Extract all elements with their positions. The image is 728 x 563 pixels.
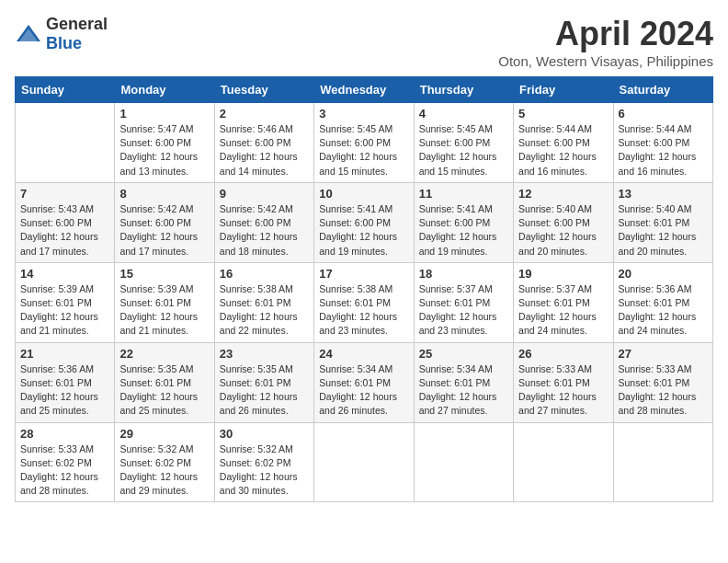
- day-number: 18: [419, 267, 508, 281]
- day-number: 11: [419, 187, 508, 201]
- day-number: 1: [119, 107, 209, 121]
- page-location: Oton, Western Visayas, Philippines: [498, 53, 713, 69]
- logo-icon: [15, 23, 42, 45]
- day-info: Sunrise: 5:41 AM Sunset: 6:00 PM Dayligh…: [319, 202, 408, 259]
- calendar-cell: 21Sunrise: 5:36 AM Sunset: 6:01 PM Dayli…: [16, 342, 115, 422]
- day-info: Sunrise: 5:32 AM Sunset: 6:02 PM Dayligh…: [220, 442, 309, 499]
- logo-blue: Blue: [46, 34, 82, 52]
- calendar-cell: [414, 422, 513, 502]
- day-info: Sunrise: 5:42 AM Sunset: 6:00 PM Dayligh…: [220, 202, 309, 259]
- calendar-week-3: 14Sunrise: 5:39 AM Sunset: 6:01 PM Dayli…: [16, 262, 713, 342]
- day-info: Sunrise: 5:39 AM Sunset: 6:01 PM Dayligh…: [20, 282, 109, 339]
- day-info: Sunrise: 5:33 AM Sunset: 6:01 PM Dayligh…: [518, 362, 608, 419]
- day-number: 30: [220, 427, 309, 441]
- calendar-cell: 27Sunrise: 5:33 AM Sunset: 6:01 PM Dayli…: [613, 342, 712, 422]
- calendar-cell: 14Sunrise: 5:39 AM Sunset: 6:01 PM Dayli…: [16, 262, 115, 342]
- calendar-cell: 2Sunrise: 5:46 AM Sunset: 6:00 PM Daylig…: [214, 103, 313, 183]
- calendar-week-1: 1Sunrise: 5:47 AM Sunset: 6:00 PM Daylig…: [16, 103, 713, 183]
- day-number: 15: [119, 267, 209, 281]
- logo-general: General: [46, 15, 108, 33]
- day-number: 28: [20, 427, 109, 441]
- day-info: Sunrise: 5:35 AM Sunset: 6:01 PM Dayligh…: [220, 362, 309, 419]
- calendar-cell: 1Sunrise: 5:47 AM Sunset: 6:00 PM Daylig…: [115, 103, 214, 183]
- day-info: Sunrise: 5:42 AM Sunset: 6:00 PM Dayligh…: [119, 202, 209, 259]
- day-number: 20: [619, 267, 708, 281]
- calendar-cell: 6Sunrise: 5:44 AM Sunset: 6:00 PM Daylig…: [613, 103, 712, 183]
- day-info: Sunrise: 5:39 AM Sunset: 6:01 PM Dayligh…: [119, 282, 209, 339]
- day-info: Sunrise: 5:37 AM Sunset: 6:01 PM Dayligh…: [518, 282, 608, 339]
- day-number: 4: [419, 107, 508, 121]
- calendar-header-thursday: Thursday: [414, 77, 513, 103]
- day-number: 19: [518, 267, 608, 281]
- logo: General Blue: [15, 15, 108, 53]
- page-title: April 2024: [498, 15, 713, 53]
- day-info: Sunrise: 5:46 AM Sunset: 6:00 PM Dayligh…: [220, 122, 309, 178]
- day-info: Sunrise: 5:38 AM Sunset: 6:01 PM Dayligh…: [220, 282, 309, 339]
- day-info: Sunrise: 5:37 AM Sunset: 6:01 PM Dayligh…: [419, 282, 508, 339]
- calendar-week-2: 7Sunrise: 5:43 AM Sunset: 6:00 PM Daylig…: [16, 182, 713, 262]
- day-info: Sunrise: 5:33 AM Sunset: 6:01 PM Dayligh…: [619, 362, 708, 419]
- calendar-cell: 25Sunrise: 5:34 AM Sunset: 6:01 PM Dayli…: [414, 342, 513, 422]
- day-number: 27: [619, 347, 708, 361]
- day-number: 26: [518, 347, 608, 361]
- calendar-cell: 30Sunrise: 5:32 AM Sunset: 6:02 PM Dayli…: [214, 422, 313, 502]
- day-info: Sunrise: 5:47 AM Sunset: 6:00 PM Dayligh…: [119, 122, 209, 178]
- day-number: 12: [518, 187, 608, 201]
- calendar-header-tuesday: Tuesday: [214, 77, 313, 103]
- calendar-cell: 11Sunrise: 5:41 AM Sunset: 6:00 PM Dayli…: [414, 182, 513, 262]
- day-info: Sunrise: 5:41 AM Sunset: 6:00 PM Dayligh…: [419, 202, 508, 259]
- calendar-cell: 26Sunrise: 5:33 AM Sunset: 6:01 PM Dayli…: [514, 342, 613, 422]
- day-number: 7: [20, 187, 109, 201]
- day-info: Sunrise: 5:36 AM Sunset: 6:01 PM Dayligh…: [619, 282, 708, 339]
- calendar-cell: 12Sunrise: 5:40 AM Sunset: 6:00 PM Dayli…: [514, 182, 613, 262]
- day-number: 9: [220, 187, 309, 201]
- calendar-cell: 9Sunrise: 5:42 AM Sunset: 6:00 PM Daylig…: [214, 182, 313, 262]
- calendar-cell: 22Sunrise: 5:35 AM Sunset: 6:01 PM Dayli…: [115, 342, 214, 422]
- calendar-cell: 19Sunrise: 5:37 AM Sunset: 6:01 PM Dayli…: [514, 262, 613, 342]
- calendar-cell: 13Sunrise: 5:40 AM Sunset: 6:01 PM Dayli…: [613, 182, 712, 262]
- calendar-cell: [514, 422, 613, 502]
- day-info: Sunrise: 5:45 AM Sunset: 6:00 PM Dayligh…: [319, 122, 408, 178]
- calendar-week-4: 21Sunrise: 5:36 AM Sunset: 6:01 PM Dayli…: [16, 342, 713, 422]
- calendar-cell: 10Sunrise: 5:41 AM Sunset: 6:00 PM Dayli…: [314, 182, 414, 262]
- day-number: 8: [119, 187, 209, 201]
- title-block: April 2024 Oton, Western Visayas, Philip…: [498, 15, 713, 69]
- calendar-cell: 17Sunrise: 5:38 AM Sunset: 6:01 PM Dayli…: [314, 262, 414, 342]
- calendar-cell: [314, 422, 414, 502]
- day-info: Sunrise: 5:40 AM Sunset: 6:00 PM Dayligh…: [518, 202, 608, 259]
- day-number: 23: [220, 347, 309, 361]
- calendar-cell: 4Sunrise: 5:45 AM Sunset: 6:00 PM Daylig…: [414, 103, 513, 183]
- page-header: General Blue April 2024 Oton, Western Vi…: [15, 15, 713, 69]
- day-number: 16: [220, 267, 309, 281]
- calendar-header-friday: Friday: [514, 77, 613, 103]
- calendar-cell: 20Sunrise: 5:36 AM Sunset: 6:01 PM Dayli…: [613, 262, 712, 342]
- calendar-table: SundayMondayTuesdayWednesdayThursdayFrid…: [15, 76, 713, 502]
- calendar-cell: 15Sunrise: 5:39 AM Sunset: 6:01 PM Dayli…: [115, 262, 214, 342]
- day-number: 3: [319, 107, 408, 121]
- calendar-header-wednesday: Wednesday: [314, 77, 414, 103]
- calendar-header-saturday: Saturday: [613, 77, 712, 103]
- day-info: Sunrise: 5:44 AM Sunset: 6:00 PM Dayligh…: [619, 122, 708, 178]
- day-info: Sunrise: 5:40 AM Sunset: 6:01 PM Dayligh…: [619, 202, 708, 259]
- calendar-cell: 24Sunrise: 5:34 AM Sunset: 6:01 PM Dayli…: [314, 342, 414, 422]
- calendar-cell: 23Sunrise: 5:35 AM Sunset: 6:01 PM Dayli…: [214, 342, 313, 422]
- calendar-cell: [613, 422, 712, 502]
- day-info: Sunrise: 5:34 AM Sunset: 6:01 PM Dayligh…: [419, 362, 508, 419]
- day-info: Sunrise: 5:35 AM Sunset: 6:01 PM Dayligh…: [119, 362, 209, 419]
- calendar-header-sunday: Sunday: [16, 77, 115, 103]
- calendar-header-row: SundayMondayTuesdayWednesdayThursdayFrid…: [16, 77, 713, 103]
- day-info: Sunrise: 5:34 AM Sunset: 6:01 PM Dayligh…: [319, 362, 408, 419]
- day-number: 29: [119, 427, 209, 441]
- calendar-cell: 7Sunrise: 5:43 AM Sunset: 6:00 PM Daylig…: [16, 182, 115, 262]
- day-number: 2: [220, 107, 309, 121]
- calendar-cell: 3Sunrise: 5:45 AM Sunset: 6:00 PM Daylig…: [314, 103, 414, 183]
- calendar-header-monday: Monday: [115, 77, 214, 103]
- day-number: 25: [419, 347, 508, 361]
- day-info: Sunrise: 5:45 AM Sunset: 6:00 PM Dayligh…: [419, 122, 508, 178]
- day-number: 6: [619, 107, 708, 121]
- day-number: 17: [319, 267, 408, 281]
- calendar-cell: [16, 103, 115, 183]
- logo-text: General Blue: [46, 15, 108, 53]
- calendar-cell: 28Sunrise: 5:33 AM Sunset: 6:02 PM Dayli…: [16, 422, 115, 502]
- day-number: 21: [20, 347, 109, 361]
